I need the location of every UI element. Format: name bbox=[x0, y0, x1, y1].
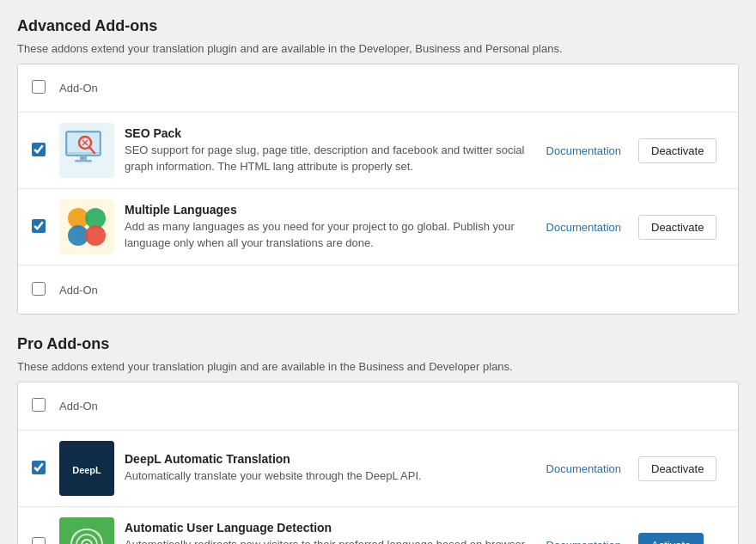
lang-detect-info: Automatic User Language Detection Automa… bbox=[125, 521, 536, 544]
pro-empty-label-top: Add-On bbox=[59, 400, 98, 413]
lang-detect-desc: Automatically redirects new visitors to … bbox=[125, 537, 536, 544]
seo-pack-checkbox-cell bbox=[32, 143, 49, 159]
seo-pack-deactivate-button[interactable]: Deactivate bbox=[638, 138, 716, 163]
lang-detect-activate-button[interactable]: Activate bbox=[638, 533, 704, 545]
pro-addons-table: Add-On DeepL DeepL Automatic Translation… bbox=[17, 382, 739, 544]
multiple-languages-action-cell: Deactivate bbox=[638, 215, 724, 240]
pro-empty-row-top: Add-On bbox=[18, 382, 738, 431]
multiple-languages-checkbox-cell bbox=[32, 219, 49, 235]
deepl-doc-link[interactable]: Documentation bbox=[546, 462, 621, 475]
lang-detect-checkbox-cell bbox=[32, 537, 49, 545]
multiple-languages-icon bbox=[59, 199, 114, 254]
multiple-languages-checkbox[interactable] bbox=[32, 219, 46, 233]
lang-detect-name: Automatic User Language Detection bbox=[125, 521, 536, 535]
advanced-empty-checkbox-top[interactable] bbox=[32, 80, 46, 94]
svg-rect-4 bbox=[75, 160, 92, 162]
seo-pack-checkbox[interactable] bbox=[32, 143, 46, 156]
advanced-empty-label-bottom: Add-On bbox=[59, 284, 98, 296]
lang-detect-checkbox[interactable] bbox=[32, 537, 46, 545]
seo-pack-desc: SEO support for page slug, page title, d… bbox=[125, 143, 536, 174]
svg-point-13 bbox=[85, 225, 106, 246]
advanced-addons-table: Add-On bbox=[17, 64, 739, 315]
deepl-info: DeepL Automatic Translation Automaticall… bbox=[125, 452, 536, 484]
deepl-checkbox[interactable] bbox=[32, 461, 46, 474]
deepl-deactivate-button[interactable]: Deactivate bbox=[638, 456, 716, 481]
advanced-addons-title: Advanced Add-ons bbox=[17, 17, 739, 35]
svg-rect-9 bbox=[59, 199, 114, 254]
multiple-languages-info: Multiple Languages Add as many languages… bbox=[125, 203, 536, 250]
advanced-empty-checkbox-cell bbox=[32, 80, 49, 96]
deepl-icon: DeepL bbox=[59, 441, 114, 496]
svg-text:DeepL: DeepL bbox=[72, 465, 101, 475]
seo-pack-icon bbox=[59, 123, 114, 178]
multiple-languages-name: Multiple Languages bbox=[125, 203, 536, 217]
lang-detect-doc-link[interactable]: Documentation bbox=[546, 539, 621, 545]
pro-empty-checkbox-cell bbox=[32, 398, 49, 414]
advanced-addons-desc: These addons extend your translation plu… bbox=[17, 42, 739, 55]
deepl-action-cell: Deactivate bbox=[638, 456, 724, 481]
seo-pack-info: SEO Pack SEO support for page slug, page… bbox=[125, 126, 536, 174]
seo-pack-name: SEO Pack bbox=[125, 126, 536, 140]
lang-detect-row: Automatic User Language Detection Automa… bbox=[18, 507, 738, 544]
advanced-addons-section: Advanced Add-ons These addons extend you… bbox=[17, 17, 739, 315]
deepl-name: DeepL Automatic Translation bbox=[125, 452, 536, 466]
lang-detect-action-cell: Activate bbox=[638, 533, 724, 545]
seo-pack-row: SEO Pack SEO support for page slug, page… bbox=[18, 113, 738, 189]
deepl-checkbox-cell bbox=[32, 461, 49, 477]
deepl-desc: Automatically translate your website thr… bbox=[125, 468, 536, 484]
advanced-empty-row-top: Add-On bbox=[18, 64, 738, 113]
advanced-empty-row-bottom: Add-On bbox=[18, 266, 738, 314]
pro-addons-desc: These addons extend your translation plu… bbox=[17, 360, 739, 373]
multiple-languages-desc: Add as many languages as you need for yo… bbox=[125, 219, 536, 250]
multiple-languages-deactivate-button[interactable]: Deactivate bbox=[638, 215, 716, 240]
advanced-empty-label-top: Add-On bbox=[59, 82, 98, 95]
pro-addons-title: Pro Add-ons bbox=[17, 335, 739, 353]
svg-rect-3 bbox=[80, 156, 87, 160]
multiple-languages-doc-link[interactable]: Documentation bbox=[546, 221, 621, 234]
seo-pack-doc-link[interactable]: Documentation bbox=[546, 144, 621, 157]
deepl-row: DeepL DeepL Automatic Translation Automa… bbox=[18, 431, 738, 507]
pro-empty-checkbox-top[interactable] bbox=[32, 398, 46, 412]
seo-pack-action-cell: Deactivate bbox=[638, 138, 724, 163]
advanced-empty-checkbox-bottom[interactable] bbox=[32, 282, 46, 296]
advanced-empty-checkbox-cell-bottom bbox=[32, 282, 49, 298]
pro-addons-section: Pro Add-ons These addons extend your tra… bbox=[17, 335, 739, 544]
lang-detect-icon bbox=[59, 517, 114, 544]
multiple-languages-row: Multiple Languages Add as many languages… bbox=[18, 189, 738, 266]
